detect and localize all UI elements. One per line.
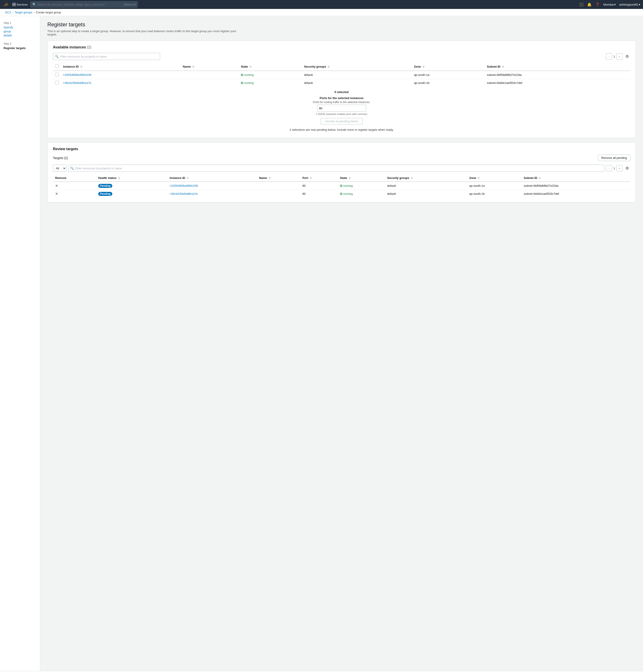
row-subnet-1: subnet-0eb0e1aef503c7def: [485, 79, 630, 87]
available-instances-title: Available instances (2): [53, 45, 630, 49]
available-col-name: Name ▽: [181, 63, 239, 71]
user-label: ashishgaurd91: [619, 3, 638, 6]
available-settings-btn[interactable]: ⚙: [624, 53, 630, 60]
review-zone-sort[interactable]: ▽: [478, 177, 480, 179]
row-sg-0: default: [302, 71, 412, 79]
review-col-instance-id: Instance ID ▽: [168, 174, 257, 182]
row-state-1: running: [239, 79, 302, 87]
review-row-zone-0: ap-south-1a: [467, 182, 522, 190]
help-icon[interactable]: ❓: [595, 2, 600, 7]
selected-count: 0 selected: [53, 90, 630, 94]
breadcrumb-ec2[interactable]: EC2: [5, 11, 11, 14]
available-instances-panel: Available instances (2) 🔍 ‹ 1 › ⚙: [47, 41, 636, 138]
available-col-instance-id: Instance ID ▽: [61, 63, 181, 71]
sidebar-step-2: Step 2 Register targets: [3, 42, 36, 50]
available-table-row: i-02554909a49841f39 running default ap-s…: [53, 71, 630, 79]
review-row-remove-1: ✕: [53, 190, 96, 198]
review-name-sort[interactable]: ▽: [269, 177, 270, 179]
review-row-state-1: running: [338, 190, 385, 198]
review-next-btn[interactable]: ›: [616, 165, 623, 171]
review-instance-sort[interactable]: ▽: [187, 177, 189, 179]
top-navigation: Services 🔍 [Option+S] ⬛ 🔔 ❓ Mumbai ▾ ash…: [0, 0, 643, 9]
review-row-instance-1: i-0bcb230e6ddfe1a7e: [168, 190, 257, 198]
review-filter-wrap[interactable]: 🔍: [68, 165, 604, 172]
global-search[interactable]: 🔍 [Option+S]: [31, 1, 137, 8]
review-header: Targets (2) Remove all pending: [53, 154, 630, 161]
row-zone-0: ap-south-1a: [412, 71, 485, 79]
row-checkbox-0[interactable]: [55, 73, 59, 76]
available-filter-input[interactable]: [60, 55, 158, 58]
include-pending-button[interactable]: Include as pending below: [320, 118, 363, 124]
terminal-icon[interactable]: ⬛: [579, 2, 584, 7]
breadcrumb-target-groups[interactable]: Target groups: [14, 11, 32, 14]
page-title: Register targets: [47, 22, 636, 28]
available-search-icon: 🔍: [55, 55, 59, 58]
topnav-right: ⬛ 🔔 ❓ Mumbai ▾ ashishgaurd91 ▾: [579, 2, 640, 7]
targets-count: (2): [64, 156, 68, 160]
state-sort[interactable]: ▽: [250, 66, 251, 68]
search-input[interactable]: [37, 3, 123, 6]
remove-row-btn-1[interactable]: ✕: [55, 192, 58, 196]
review-port-sort[interactable]: ▽: [310, 177, 312, 179]
review-filter-select[interactable]: All: [53, 165, 66, 172]
review-col-state: State ▽: [338, 174, 385, 182]
region-chevron: ▾: [614, 3, 616, 6]
region-selector[interactable]: Mumbai ▾: [603, 3, 616, 6]
breadcrumb-current: Create target group: [36, 11, 61, 14]
review-state-sort[interactable]: ▽: [349, 177, 351, 179]
review-row-subnet-0: subnet-0bf58dfdfb27e22da: [522, 182, 630, 190]
review-row-subnet-1: subnet-0eb0e1aef503c7def: [522, 190, 630, 198]
review-sg-sort[interactable]: ▽: [411, 177, 413, 179]
sidebar: Step 1 Specify group details Step 2 Regi…: [0, 16, 40, 671]
row-instance-id-1: i-0bcb230e6ddfe1a7e: [61, 79, 181, 87]
instance-id-sort[interactable]: ▽: [80, 66, 82, 68]
remove-all-pending-button[interactable]: Remove all pending: [598, 154, 630, 161]
review-subnet-sort[interactable]: ▽: [539, 177, 541, 179]
available-table-row: i-0bcb230e6ddfe1a7e running default ap-s…: [53, 79, 630, 87]
available-col-state: State ▽: [239, 63, 302, 71]
review-filter-input[interactable]: [75, 167, 602, 170]
available-filter-wrap[interactable]: 🔍: [53, 53, 160, 60]
review-filter-row: All 🔍 ‹ 1 › ⚙: [53, 165, 630, 172]
zone-sort[interactable]: ▽: [423, 66, 424, 68]
subnet-sort[interactable]: ▽: [502, 66, 504, 68]
review-targets-label: Review targets: [53, 147, 78, 151]
ports-input[interactable]: [317, 105, 366, 112]
row-instance-id-0: i-02554909a49841f39: [61, 71, 181, 79]
review-row-health-1: Pending: [96, 190, 168, 198]
review-col-remove: Remove: [53, 174, 96, 182]
bell-icon[interactable]: 🔔: [587, 2, 592, 7]
review-settings-btn[interactable]: ⚙: [624, 165, 630, 171]
sidebar-step-1: Step 1 Specify group details: [3, 22, 36, 38]
sg-sort[interactable]: ▽: [328, 66, 329, 68]
review-prev-btn[interactable]: ‹: [606, 165, 612, 171]
name-sort[interactable]: ▽: [192, 66, 194, 68]
pending-badge-1: Pending: [98, 192, 112, 196]
review-search-icon: 🔍: [70, 166, 74, 170]
sidebar-step1-link[interactable]: Specify group details: [3, 25, 36, 38]
available-next-btn[interactable]: ›: [616, 53, 623, 60]
row-state-0: running: [239, 71, 302, 79]
available-prev-btn[interactable]: ‹: [606, 53, 612, 60]
row-checkbox-1[interactable]: [55, 81, 59, 84]
region-label: Mumbai: [603, 3, 614, 6]
review-page-num: 1: [614, 167, 615, 170]
review-targets-panel: Review targets Targets (2) Remove all pe…: [47, 142, 636, 202]
user-menu[interactable]: ashishgaurd91 ▾: [619, 3, 640, 6]
breadcrumb-sep-1: ›: [12, 11, 13, 14]
review-row-port-0: 80: [300, 182, 338, 190]
available-select-all-checkbox[interactable]: [55, 64, 59, 68]
review-table-row: ✕ Pending i-0bcb230e6ddfe1a7e 80 running…: [53, 190, 630, 198]
available-col-subnet-id: Subnet ID ▽: [485, 63, 630, 71]
sidebar-step1-link-part2: group: [3, 30, 11, 33]
services-nav[interactable]: Services: [12, 3, 28, 6]
available-instances-label: Available instances: [53, 45, 86, 49]
search-shortcut: [Option+S]: [124, 3, 135, 6]
review-table-header: Remove Health status ▽ Instance ID ▽ Nam…: [53, 174, 630, 182]
remove-row-btn-0[interactable]: ✕: [55, 184, 58, 188]
health-sort[interactable]: ▽: [118, 177, 120, 179]
review-row-state-0: running: [338, 182, 385, 190]
grid-icon: [12, 3, 16, 6]
user-chevron: ▾: [639, 3, 640, 6]
review-col-port: Port ▽: [300, 174, 338, 182]
